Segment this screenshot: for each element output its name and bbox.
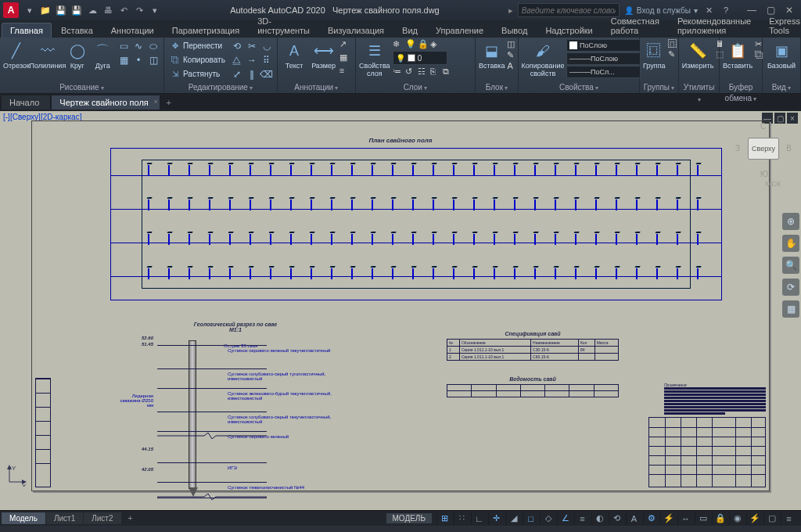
- custom-icon[interactable]: ≡: [781, 512, 796, 525]
- circle-button[interactable]: ◯Круг: [66, 39, 89, 70]
- cleanscreen-icon[interactable]: ▢: [763, 512, 779, 525]
- viewcube-top[interactable]: Сверху: [748, 138, 779, 160]
- point-icon[interactable]: •: [131, 53, 145, 66]
- rect-icon[interactable]: ▭: [117, 39, 131, 52]
- showmotion-icon[interactable]: ▦: [782, 300, 799, 318]
- panel-groups[interactable]: Группы: [643, 82, 675, 93]
- hatch-icon[interactable]: ▦: [117, 53, 131, 66]
- doctab-start[interactable]: Начало: [2, 95, 51, 110]
- pan-icon[interactable]: ✋: [782, 235, 799, 252]
- snap-toggle-icon[interactable]: ∷: [454, 512, 469, 525]
- spline-icon[interactable]: ∿: [131, 39, 145, 52]
- otrack-icon[interactable]: ∠: [557, 512, 573, 525]
- tab-вид[interactable]: Вид: [393, 23, 426, 38]
- layout-sheet1[interactable]: Лист1: [46, 512, 83, 524]
- qat-saveas-icon[interactable]: 💾: [70, 4, 83, 16]
- qat-new-icon[interactable]: ▾: [23, 4, 36, 16]
- orbit-icon[interactable]: ⟳: [782, 279, 799, 296]
- status-model[interactable]: МОДЕЛЬ: [386, 513, 432, 523]
- linetype-selector[interactable]: ———ПоСл...: [566, 66, 641, 78]
- qat-more-icon[interactable]: ▾: [149, 4, 161, 16]
- transparency-icon[interactable]: ◐: [591, 512, 607, 525]
- tab-3d-инструменты[interactable]: 3D-инструменты: [249, 13, 318, 38]
- panel-view[interactable]: Вид: [766, 82, 797, 93]
- tab-рекомендованные приложения[interactable]: Рекомендованные приложения: [669, 13, 760, 38]
- wcs-label[interactable]: МСК: [766, 180, 781, 188]
- panel-props[interactable]: Свойства: [522, 82, 636, 93]
- tab-главная[interactable]: Главная: [2, 23, 52, 38]
- ellipse-icon[interactable]: ⬭: [146, 39, 160, 52]
- trim-icon[interactable]: ✂: [245, 39, 259, 52]
- layer-xref-icon[interactable]: ⧉: [443, 66, 454, 77]
- 3dosnap-icon[interactable]: ◇: [540, 512, 555, 525]
- layer-walk-icon[interactable]: ☷: [418, 66, 429, 77]
- region-icon[interactable]: ◫: [146, 53, 160, 66]
- tab-управление[interactable]: Управление: [427, 23, 492, 38]
- tab-визуализация[interactable]: Визуализация: [319, 23, 393, 38]
- qat-plot-icon[interactable]: 🖶: [102, 4, 114, 16]
- layer-state-icon[interactable]: ⎘: [430, 66, 441, 77]
- doctab-close-icon[interactable]: ×: [154, 98, 158, 106]
- tab-надстройки[interactable]: Надстройки: [537, 23, 601, 38]
- tab-аннотации[interactable]: Аннотации: [102, 23, 163, 38]
- text-button[interactable]: AТекст: [281, 39, 308, 70]
- move-button[interactable]: ✥Перенести: [167, 39, 228, 52]
- layer-freeze-icon[interactable]: ❄: [393, 39, 404, 49]
- mtext-icon[interactable]: ≡: [339, 66, 352, 78]
- dim-button[interactable]: ⟷Размер: [310, 39, 337, 70]
- layer-lock-icon[interactable]: 🔒: [418, 39, 429, 49]
- vp-close-icon[interactable]: ×: [787, 113, 798, 124]
- color-selector[interactable]: ПоСлою: [566, 39, 641, 52]
- layer-off-icon[interactable]: 💡: [405, 39, 416, 49]
- group-button[interactable]: ⿴Группа: [643, 39, 666, 70]
- osnap-toggle-icon[interactable]: □: [523, 512, 538, 525]
- scale-icon[interactable]: ⤢: [230, 67, 244, 81]
- extend-icon[interactable]: →: [245, 53, 259, 66]
- panel-clip[interactable]: Буфер обмена: [723, 82, 759, 93]
- offset-icon[interactable]: ‖: [245, 67, 259, 81]
- quickprops-icon[interactable]: ▭: [695, 512, 710, 525]
- tab-вывод[interactable]: Вывод: [493, 23, 536, 38]
- lineweight-selector[interactable]: ———ПоСлою: [566, 52, 641, 65]
- workspace-icon[interactable]: ⚡: [660, 512, 676, 525]
- leader-icon[interactable]: ↗: [339, 39, 352, 52]
- layout-sheet2[interactable]: Лист2: [84, 512, 120, 524]
- hwacc-icon[interactable]: ⚡: [746, 512, 762, 525]
- array-icon[interactable]: ⠿: [260, 53, 274, 66]
- lockui-icon[interactable]: 🔒: [712, 512, 727, 525]
- copy-button[interactable]: ⿻Копировать: [167, 53, 228, 66]
- rotate-icon[interactable]: ⟲: [230, 39, 244, 52]
- panel-draw[interactable]: Рисование: [3, 82, 160, 93]
- panel-modify[interactable]: Редактирование: [167, 82, 274, 93]
- layout-add[interactable]: +: [122, 512, 139, 524]
- panel-layers[interactable]: Слои: [359, 82, 472, 93]
- annomon-icon[interactable]: ⚙: [643, 512, 659, 525]
- lineweight-toggle-icon[interactable]: ≡: [574, 512, 590, 525]
- qat-open-icon[interactable]: 📁: [39, 4, 52, 16]
- layer-prev-icon[interactable]: ↺: [405, 66, 416, 77]
- tab-совместная работа[interactable]: Совместная работа: [602, 13, 668, 38]
- doctab-add[interactable]: +: [161, 98, 177, 107]
- zoom-icon[interactable]: 🔍: [782, 257, 799, 274]
- tab-параметризация[interactable]: Параметризация: [163, 23, 248, 38]
- layer-match-icon[interactable]: ≔: [393, 66, 404, 77]
- layer-selector[interactable]: 💡0: [393, 51, 447, 65]
- qat-save-icon[interactable]: 💾: [55, 4, 67, 16]
- isolate-icon[interactable]: ◉: [729, 512, 745, 525]
- qat-redo-icon[interactable]: ↷: [133, 4, 145, 16]
- panel-utils[interactable]: Утилиты: [682, 82, 716, 93]
- panel-block[interactable]: Блок: [479, 82, 515, 93]
- fillet-icon[interactable]: ◡: [260, 39, 274, 52]
- tab-вставка[interactable]: Вставка: [52, 23, 102, 38]
- layerprops-button[interactable]: ☰Свойства слоя: [359, 39, 390, 77]
- polar-toggle-icon[interactable]: ✛: [488, 512, 504, 525]
- grid-toggle-icon[interactable]: ⊞: [436, 512, 452, 525]
- measure-button[interactable]: 📏Измерить: [682, 39, 713, 70]
- paste-button[interactable]: 📋Вставить: [723, 39, 753, 70]
- ortho-toggle-icon[interactable]: ∟: [471, 512, 487, 525]
- units-icon[interactable]: ↔: [677, 512, 693, 525]
- layout-model[interactable]: Модель: [2, 512, 45, 524]
- doctab-file[interactable]: Чертеж свайного поля×: [52, 95, 160, 110]
- isodraft-icon[interactable]: ◢: [505, 512, 521, 525]
- layer-iso-icon[interactable]: ◈: [430, 39, 441, 49]
